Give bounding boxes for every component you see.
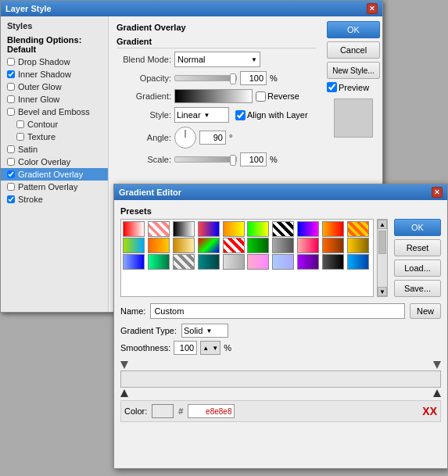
preset-swatch-7[interactable] (297, 221, 319, 237)
blend-mode-dropdown[interactable]: Normal ▼ (174, 52, 260, 67)
preset-swatch-0[interactable] (123, 221, 145, 237)
opacity-stop-right[interactable] (433, 361, 441, 369)
inner-glow-checkbox[interactable] (7, 95, 15, 103)
preset-swatch-27[interactable] (297, 254, 319, 270)
scale-slider[interactable] (174, 156, 237, 163)
sidebar-item-gradient-overlay[interactable]: Gradient Overlay (1, 168, 108, 181)
preset-swatch-5[interactable] (247, 221, 269, 237)
texture-checkbox[interactable] (16, 133, 24, 141)
scroll-thumb[interactable] (378, 231, 386, 254)
color-overlay-checkbox[interactable] (7, 158, 15, 166)
gradient-editor-titlebar: Gradient Editor ✕ (114, 184, 447, 200)
ge-save-button[interactable]: Save... (394, 280, 441, 297)
scroll-up-arrow[interactable]: ▲ (378, 220, 387, 229)
sidebar-item-inner-glow[interactable]: Inner Glow (1, 93, 108, 106)
scale-input[interactable] (240, 152, 267, 166)
gradient-type-dropdown[interactable]: Solid ▼ (181, 324, 228, 338)
gradient-editor-title: Gradient Editor (119, 188, 181, 197)
preset-swatch-28[interactable] (322, 254, 344, 270)
angle-input[interactable] (199, 131, 226, 145)
stroke-checkbox[interactable] (7, 195, 15, 203)
preset-swatch-16[interactable] (272, 238, 294, 253)
preset-swatch-11[interactable] (148, 238, 170, 253)
preset-swatch-17[interactable] (297, 238, 319, 253)
contour-checkbox[interactable] (16, 120, 24, 128)
preset-swatch-23[interactable] (198, 254, 220, 270)
preset-swatch-18[interactable] (322, 238, 344, 253)
bevel-checkbox[interactable] (7, 108, 15, 116)
name-input[interactable] (150, 303, 405, 319)
stepper-down-button[interactable]: ▼ (210, 342, 220, 354)
gradient-preview[interactable] (174, 89, 253, 103)
align-layer-label[interactable]: Align with Layer (235, 110, 308, 120)
preset-swatch-19[interactable] (347, 238, 369, 253)
ge-ok-button[interactable]: OK (394, 219, 441, 236)
opacity-slider[interactable] (174, 75, 237, 81)
preset-swatch-12[interactable] (173, 238, 195, 253)
preset-swatch-20[interactable] (123, 254, 145, 270)
preset-swatch-29[interactable] (347, 254, 369, 270)
new-style-button[interactable]: New Style... (327, 62, 380, 79)
inner-glow-label: Inner Glow (18, 95, 59, 104)
sidebar-item-outer-glow[interactable]: Outer Glow (1, 81, 108, 93)
preview-checkbox[interactable] (327, 82, 337, 92)
preset-swatch-2[interactable] (173, 221, 195, 237)
preset-swatch-21[interactable] (148, 254, 170, 270)
sidebar-item-drop-shadow[interactable]: Drop Shadow (1, 55, 108, 68)
reverse-label[interactable]: Reverse (256, 91, 299, 102)
ge-load-button[interactable]: Load... (394, 259, 441, 277)
close-icon[interactable]: ✕ (367, 3, 378, 14)
cancel-button[interactable]: Cancel (327, 41, 380, 59)
preset-swatch-15[interactable] (247, 238, 269, 253)
sidebar-item-texture[interactable]: Texture (1, 131, 108, 143)
gradient-overlay-checkbox[interactable] (7, 170, 15, 178)
preset-swatch-25[interactable] (247, 254, 269, 270)
reverse-checkbox[interactable] (256, 91, 266, 102)
sidebar-item-contour[interactable]: Contour (1, 118, 108, 131)
smoothness-stepper[interactable]: ▲ ▼ (200, 341, 220, 355)
scroll-down-arrow[interactable]: ▼ (378, 287, 387, 296)
color-swatch[interactable] (152, 404, 174, 418)
preset-swatch-26[interactable] (272, 254, 294, 270)
preset-swatch-24[interactable] (223, 254, 245, 270)
preset-swatch-1[interactable] (148, 221, 170, 237)
sidebar-item-pattern-overlay[interactable]: Pattern Overlay (1, 181, 108, 193)
presets-scrollbar[interactable]: ▲ ▼ (377, 219, 388, 297)
gradient-bar[interactable] (120, 370, 441, 388)
satin-checkbox[interactable] (7, 145, 15, 153)
new-gradient-button[interactable]: New (410, 303, 441, 319)
delete-stop-button[interactable]: XX (422, 405, 437, 417)
style-dropdown[interactable]: Linear ▼ (174, 107, 229, 123)
opacity-stop-left[interactable] (120, 361, 128, 369)
outer-glow-checkbox[interactable] (7, 83, 15, 91)
preset-swatch-4[interactable] (223, 221, 245, 237)
align-layer-checkbox[interactable] (235, 110, 246, 120)
preset-swatch-9[interactable] (347, 221, 369, 237)
preset-swatch-3[interactable] (198, 221, 220, 237)
opacity-input[interactable] (240, 71, 267, 85)
inner-shadow-checkbox[interactable] (7, 70, 15, 78)
color-hex-input[interactable] (188, 404, 235, 418)
smoothness-input[interactable] (174, 341, 197, 355)
color-stop-left[interactable] (120, 389, 128, 397)
preset-swatch-22[interactable] (173, 254, 195, 270)
sidebar-item-satin[interactable]: Satin (1, 143, 108, 156)
preset-swatch-6[interactable] (272, 221, 294, 237)
preset-swatch-8[interactable] (322, 221, 344, 237)
pattern-overlay-checkbox[interactable] (7, 183, 15, 191)
sidebar-item-inner-shadow[interactable]: Inner Shadow (1, 68, 108, 81)
color-stop-right[interactable] (433, 389, 441, 397)
sidebar-item-color-overlay[interactable]: Color Overlay (1, 156, 108, 168)
ge-reset-button[interactable]: Reset (394, 239, 441, 256)
ok-button[interactable]: OK (327, 21, 380, 38)
preset-swatch-14[interactable] (223, 238, 245, 253)
sidebar-item-blending[interactable]: Blending Options: Default (1, 34, 108, 55)
sidebar-item-bevel[interactable]: Bevel and Emboss (1, 106, 108, 118)
angle-dial[interactable] (174, 127, 196, 149)
stepper-up-button[interactable]: ▲ (201, 342, 210, 354)
close-icon[interactable]: ✕ (432, 187, 443, 198)
drop-shadow-checkbox[interactable] (7, 58, 15, 66)
sidebar-item-stroke[interactable]: Stroke (1, 193, 108, 206)
preset-swatch-10[interactable] (123, 238, 145, 253)
preset-swatch-13[interactable] (198, 238, 220, 253)
